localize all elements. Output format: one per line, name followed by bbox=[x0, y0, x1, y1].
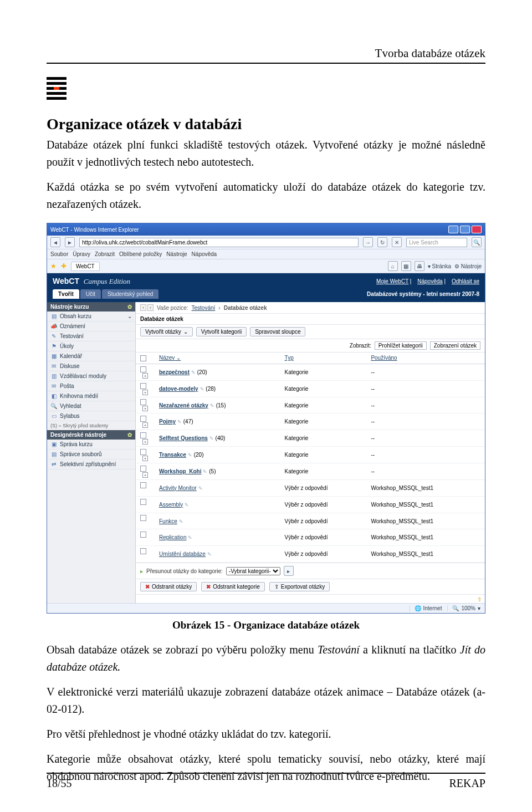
row-name-link[interactable]: Activity Monitor bbox=[159, 485, 197, 491]
forward-button[interactable]: ► bbox=[65, 237, 75, 247]
edit-icon[interactable]: ✎ bbox=[207, 551, 212, 557]
refresh-button[interactable]: ↻ bbox=[377, 237, 387, 247]
row-checkbox[interactable] bbox=[140, 416, 146, 422]
address-bar[interactable] bbox=[79, 238, 359, 247]
edit-icon[interactable]: ✎ bbox=[188, 452, 192, 458]
expand-icon[interactable]: + bbox=[142, 456, 148, 461]
bc-fwd[interactable]: › bbox=[147, 304, 154, 311]
select-all-checkbox[interactable] bbox=[140, 355, 146, 361]
create-questions-button[interactable]: Vytvořit otázky ⌄ bbox=[140, 327, 193, 336]
edit-icon[interactable]: ✎ bbox=[209, 436, 214, 441]
move-category-select[interactable]: -Vybrat kategorii- bbox=[226, 567, 280, 575]
browser-tab[interactable]: WebCT bbox=[71, 262, 100, 271]
expand-icon[interactable]: + bbox=[142, 406, 148, 411]
maximize-button[interactable] bbox=[460, 226, 470, 233]
menu-help[interactable]: Nápověda bbox=[192, 251, 217, 257]
row-name-link[interactable]: Transakce bbox=[159, 452, 186, 458]
display-select[interactable]: Prohlížet kategorii bbox=[375, 341, 427, 350]
back-button[interactable]: ◄ bbox=[50, 237, 60, 247]
search-input[interactable] bbox=[406, 238, 467, 247]
row-checkbox[interactable] bbox=[140, 466, 146, 472]
th-used[interactable]: Používáno bbox=[366, 353, 485, 364]
favorites-star-icon[interactable]: ★ bbox=[50, 262, 57, 270]
row-name-link[interactable]: datove-modely bbox=[159, 386, 198, 392]
row-name-link[interactable]: Pojmy bbox=[159, 418, 176, 425]
menu-tools[interactable]: Nástroje bbox=[166, 251, 187, 257]
add-favorites-icon[interactable]: ✚ bbox=[61, 262, 66, 270]
expand-icon[interactable]: + bbox=[142, 472, 148, 478]
display-option-2[interactable]: Zobrazení otázek bbox=[430, 341, 480, 350]
edit-icon[interactable]: ✎ bbox=[179, 519, 183, 524]
row-checkbox[interactable] bbox=[140, 548, 146, 554]
close-button[interactable] bbox=[472, 226, 482, 233]
expand-icon[interactable]: + bbox=[142, 390, 148, 395]
row-name-link[interactable]: Assembly bbox=[159, 502, 183, 508]
nav-tasks[interactable]: ⚑Úkoly bbox=[47, 341, 135, 351]
nav-course-admin[interactable]: ▣Správa kurzu bbox=[47, 440, 135, 450]
link-logout[interactable]: Odhlásit se bbox=[452, 278, 479, 284]
row-name-link[interactable]: Workshop_Kohi bbox=[159, 468, 201, 474]
row-name-link[interactable]: Nezařazené otázky bbox=[159, 402, 208, 408]
nav-discussion[interactable]: ✉Diskuse bbox=[47, 361, 135, 371]
nav-media[interactable]: ◧Knihovna médií bbox=[47, 391, 135, 401]
gear-icon[interactable]: ✿ bbox=[127, 304, 132, 310]
tools-menu[interactable]: ⚙ Nástroje bbox=[454, 263, 482, 269]
stop-button[interactable]: ✕ bbox=[392, 237, 402, 247]
search-button[interactable]: 🔍 bbox=[472, 237, 482, 247]
feeds-icon[interactable]: ▦ bbox=[401, 261, 411, 271]
expand-icon[interactable]: + bbox=[142, 373, 148, 379]
nav-testing[interactable]: ✎Testování bbox=[47, 331, 135, 341]
move-go-button[interactable]: ▸ bbox=[284, 566, 294, 576]
window-buttons[interactable] bbox=[448, 226, 482, 233]
row-checkbox[interactable] bbox=[140, 449, 146, 455]
mode-tab-student[interactable]: Studentský pohled bbox=[102, 289, 158, 299]
home-icon[interactable]: ⌂ bbox=[388, 261, 398, 271]
manage-columns-button[interactable]: Spravovat sloupce bbox=[250, 327, 305, 336]
row-checkbox[interactable] bbox=[140, 399, 146, 405]
edit-icon[interactable]: ✎ bbox=[188, 535, 192, 540]
row-name-link[interactable]: Funkce bbox=[159, 518, 177, 524]
row-name-link[interactable]: Umístění databáze bbox=[159, 551, 206, 557]
nav-selective[interactable]: ⇄Selektivní zpřístupnění bbox=[47, 459, 135, 469]
zoom-icon[interactable]: 🔍 bbox=[452, 605, 459, 611]
row-checkbox[interactable] bbox=[140, 383, 146, 389]
nav-search[interactable]: 🔍Vyhledat bbox=[47, 401, 135, 411]
nav-syllabus[interactable]: ▭Sylabus bbox=[47, 411, 135, 421]
row-name-link[interactable]: bezpečnost bbox=[159, 369, 190, 375]
menu-edit[interactable]: Úpravy bbox=[73, 251, 90, 257]
mode-tab-teach[interactable]: Učit bbox=[80, 289, 101, 299]
row-checkbox[interactable] bbox=[140, 482, 146, 488]
delete-categories-button[interactable]: ✖Odstranit kategorie bbox=[201, 582, 265, 591]
create-category-button[interactable]: Vytvořit kategorii bbox=[196, 327, 247, 336]
row-checkbox[interactable] bbox=[140, 499, 146, 505]
edit-icon[interactable]: ✎ bbox=[210, 403, 214, 408]
nav-course-content[interactable]: ▤Obsah kurzu⌄ bbox=[47, 311, 135, 321]
row-name-link[interactable]: Replication bbox=[159, 534, 186, 540]
expand-icon[interactable]: + bbox=[142, 439, 148, 445]
th-name[interactable]: Název ⌄ bbox=[155, 353, 280, 364]
edit-icon[interactable]: ✎ bbox=[198, 486, 203, 491]
row-checkbox[interactable] bbox=[140, 515, 146, 521]
page-menu[interactable]: ▾ Stránka bbox=[428, 263, 451, 269]
link-my-webct[interactable]: Moje WebCT bbox=[376, 278, 408, 284]
bc-link-testing[interactable]: Testování bbox=[192, 305, 216, 311]
row-checkbox[interactable] bbox=[140, 532, 146, 538]
nav-calendar[interactable]: ▦Kalendář bbox=[47, 351, 135, 361]
link-help[interactable]: Nápověda bbox=[417, 278, 443, 284]
edit-icon[interactable]: ✎ bbox=[177, 419, 182, 425]
th-type[interactable]: Typ bbox=[280, 353, 367, 364]
ie-menu-bar[interactable]: Soubor Úpravy Zobrazit Oblíbené položky … bbox=[47, 249, 485, 259]
edit-icon[interactable]: ✎ bbox=[185, 502, 189, 508]
nav-announcements[interactable]: 📣Oznámení bbox=[47, 321, 135, 331]
row-checkbox[interactable] bbox=[140, 366, 146, 372]
print-icon[interactable]: 🖶 bbox=[415, 261, 424, 271]
bc-back[interactable]: ‹ bbox=[140, 304, 146, 311]
nav-mail[interactable]: ✉Pošta bbox=[47, 381, 135, 391]
nav-file-manager[interactable]: ▤Správce souborů bbox=[47, 450, 135, 459]
row-name-link[interactable]: Selftest Questions bbox=[159, 435, 208, 441]
menu-file[interactable]: Soubor bbox=[50, 251, 68, 257]
mode-tab-create[interactable]: Tvořit bbox=[53, 289, 79, 299]
expand-icon[interactable]: + bbox=[142, 422, 148, 428]
edit-icon[interactable]: ✎ bbox=[191, 370, 196, 375]
delete-questions-button[interactable]: ✖Odstranit otázky bbox=[140, 582, 197, 591]
